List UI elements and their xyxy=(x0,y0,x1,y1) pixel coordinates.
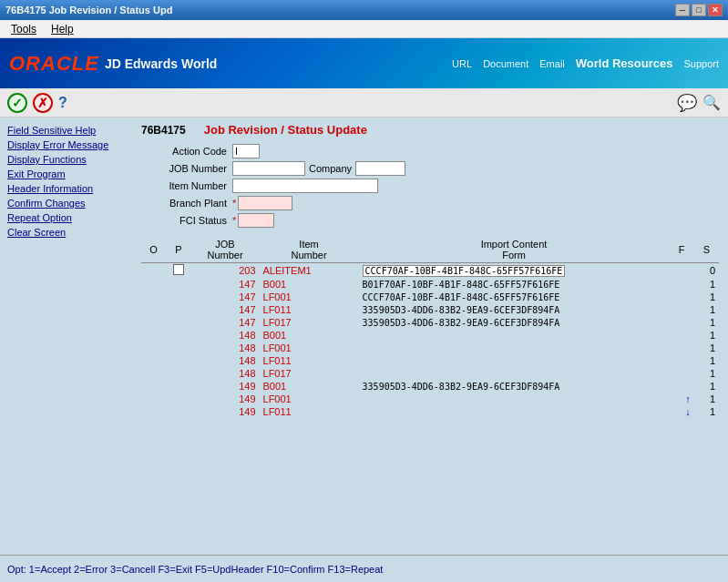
col-header-o: O xyxy=(141,237,166,263)
cell-p[interactable] xyxy=(166,342,190,354)
statusbar-text: Opt: 1=Accept 2=Error 3=Cancell F3=Exit … xyxy=(7,564,383,575)
cell-import: 335905D3-4DD6-83B2-9EA9-6CEF3DF894FA xyxy=(359,380,670,393)
menu-tools[interactable]: Tools xyxy=(4,21,44,37)
fci-status-row: FCI Status * xyxy=(141,213,719,228)
cell-import: 335905D3-4DD6-83B2-9EA9-6CEF3DF894FA xyxy=(359,303,670,316)
chat-icon[interactable]: 💬 xyxy=(677,93,697,113)
cell-s: 1 xyxy=(694,367,719,380)
cell-job: 148 xyxy=(191,329,260,342)
company-input[interactable] xyxy=(355,161,405,176)
menu-help[interactable]: Help xyxy=(44,21,81,37)
cell-p[interactable] xyxy=(166,278,190,291)
help-button[interactable]: ? xyxy=(58,95,67,111)
company-label-text: Company xyxy=(309,163,352,174)
cell-f xyxy=(669,278,693,291)
maximize-button[interactable]: □ xyxy=(692,4,706,16)
cell-f xyxy=(669,303,693,316)
data-table: O P JOBNumber ItemNumber Import ContentF… xyxy=(141,237,719,418)
cell-s: 1 xyxy=(694,342,719,354)
minimize-button[interactable]: ─ xyxy=(675,4,690,16)
cell-job: 148 xyxy=(191,342,260,354)
cell-f xyxy=(669,342,693,354)
sidebar-item-exit-program[interactable]: Exit Program xyxy=(7,167,125,181)
import-uuid: 335905D3-4DD6-83B2-9EA9-6CEF3DF894FA xyxy=(363,318,560,328)
cell-item: LF001 xyxy=(260,291,359,303)
sidebar-item-repeat-option[interactable]: Repeat Option xyxy=(7,210,125,225)
oracle-red-text: ORACLE xyxy=(9,52,99,75)
cancel-button[interactable]: ✗ xyxy=(33,93,53,113)
sidebar-item-confirm-changes[interactable]: Confirm Changes xyxy=(7,196,125,210)
cell-f xyxy=(669,329,693,342)
table-row: 147LF011335905D3-4DD6-83B2-9EA9-6CEF3DF8… xyxy=(141,303,719,316)
search-icon[interactable]: 🔍 xyxy=(702,94,721,111)
sidebar-item-header-information[interactable]: Header Information xyxy=(7,181,125,196)
cell-f xyxy=(669,367,693,380)
cell-p[interactable] xyxy=(166,367,190,380)
cell-s: 1 xyxy=(694,393,719,405)
cell-p[interactable] xyxy=(166,380,190,393)
cell-s: 1 xyxy=(694,405,719,418)
cell-item: LF001 xyxy=(260,393,359,405)
row-checkbox[interactable] xyxy=(173,264,184,275)
job-number-row: JOB Number Company xyxy=(141,161,719,176)
sidebar-item-display-error-message[interactable]: Display Error Message xyxy=(7,138,125,152)
cell-job: 147 xyxy=(191,316,260,329)
cell-p[interactable] xyxy=(166,303,190,316)
cell-s: 1 xyxy=(694,329,719,342)
cell-o xyxy=(141,380,166,393)
item-number-input[interactable] xyxy=(232,179,378,193)
cell-s: 1 xyxy=(694,380,719,393)
menubar: Tools Help xyxy=(0,20,728,38)
cell-p[interactable] xyxy=(166,263,190,279)
nav-url[interactable]: URL xyxy=(452,58,472,69)
cell-job: 148 xyxy=(191,367,260,380)
accept-button[interactable]: ✓ xyxy=(7,93,27,113)
col-header-import: Import ContentForm xyxy=(359,237,670,263)
cell-job: 203 xyxy=(191,263,260,279)
table-row: 148LF0111 xyxy=(141,354,719,367)
col-header-job: JOBNumber xyxy=(191,237,260,263)
cell-o xyxy=(141,367,166,380)
cell-o xyxy=(141,342,166,354)
cell-f xyxy=(669,263,693,279)
cell-p[interactable] xyxy=(166,393,190,405)
cell-job: 149 xyxy=(191,393,260,405)
cell-p[interactable] xyxy=(166,291,190,303)
cell-p[interactable] xyxy=(166,329,190,342)
cell-p[interactable] xyxy=(166,316,190,329)
table-row: 149LF001↑1 xyxy=(141,393,719,405)
cell-p[interactable] xyxy=(166,405,190,418)
toolbar-right: 💬 🔍 xyxy=(677,93,721,113)
cell-job: 149 xyxy=(191,405,260,418)
cell-item: ALEITEM1 xyxy=(260,263,359,279)
nav-email[interactable]: Email xyxy=(539,58,565,69)
cell-item: B001 xyxy=(260,380,359,393)
cell-o xyxy=(141,354,166,367)
action-code-input[interactable] xyxy=(232,144,260,158)
cell-o xyxy=(141,329,166,342)
nav-document[interactable]: Document xyxy=(483,58,528,69)
form-header: 76B4175 Job Revision / Status Update xyxy=(141,123,719,137)
jde-text: JD Edwards World xyxy=(105,56,217,71)
nav-world-resources[interactable]: World Resources xyxy=(576,56,673,70)
sidebar-item-display-functions[interactable]: Display Functions xyxy=(7,152,125,167)
sidebar-item-clear-screen[interactable]: Clear Screen xyxy=(7,225,125,240)
item-number-label: Item Number xyxy=(141,180,232,191)
cell-p[interactable] xyxy=(166,354,190,367)
table-row: 147B001B01F70AF-10BF-4B1F-848C-65FF57F61… xyxy=(141,278,719,291)
cell-s: 0 xyxy=(694,263,719,279)
nav-support[interactable]: Support xyxy=(683,58,719,69)
form-fields: Action Code JOB Number Company Item Numb… xyxy=(141,144,719,228)
branch-plant-input[interactable] xyxy=(238,196,292,210)
table-row: 148B0011 xyxy=(141,329,719,342)
cell-f xyxy=(669,354,693,367)
oracle-logo: ORACLE xyxy=(9,52,99,76)
close-button[interactable]: ✕ xyxy=(708,4,723,16)
job-number-input[interactable] xyxy=(232,161,305,176)
cell-o xyxy=(141,393,166,405)
fci-status-input[interactable] xyxy=(238,213,274,228)
sidebar-item-field-sensitive-help[interactable]: Field Sensitive Help xyxy=(7,123,125,138)
cell-job: 147 xyxy=(191,278,260,291)
branch-plant-label: Branch Plant xyxy=(141,198,232,209)
fci-required-marker: * xyxy=(232,215,236,226)
